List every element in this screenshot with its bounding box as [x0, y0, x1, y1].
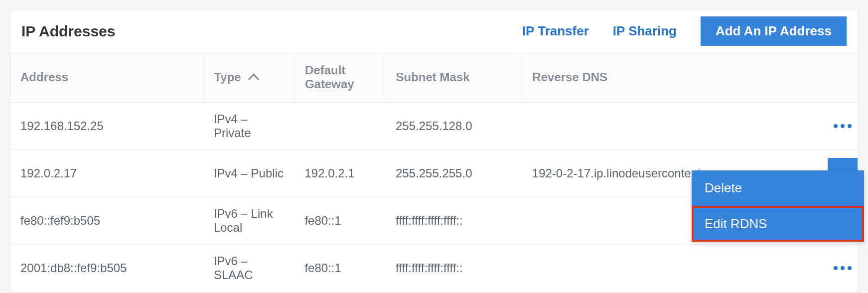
row-actions-button[interactable]	[828, 111, 858, 142]
col-mask[interactable]: Subnet Mask	[386, 52, 522, 103]
panel-title: IP Addresses	[21, 23, 115, 40]
col-type[interactable]: Type	[204, 52, 295, 103]
cell-address: 192.0.2.17	[10, 150, 204, 197]
cell-gateway	[294, 103, 386, 150]
svg-point-1	[841, 124, 845, 128]
table-row: 2001:db8::fef9:b505 IPv6 – SLAAC fe80::1…	[10, 245, 858, 292]
add-ip-button[interactable]: Add An IP Address	[701, 16, 847, 46]
cell-type: IPv6 – Link Local	[204, 197, 295, 245]
cell-mask: ffff:ffff:ffff:ffff::	[386, 197, 522, 245]
col-gateway-label: Default Gateway	[305, 63, 354, 91]
cell-mask: 255.255.255.0	[386, 150, 522, 197]
cell-address: 192.168.152.25	[10, 103, 204, 150]
col-address[interactable]: Address	[10, 52, 204, 103]
col-gateway[interactable]: Default Gateway	[294, 52, 386, 103]
col-type-label: Type	[214, 70, 241, 84]
cell-gateway: 192.0.2.1	[294, 150, 386, 197]
col-mask-label: Subnet Mask	[396, 70, 470, 84]
row-actions-button[interactable]	[828, 253, 858, 284]
cell-gateway: fe80::1	[294, 197, 386, 245]
cell-type: IPv6 – SLAAC	[204, 245, 295, 292]
ip-addresses-panel: IP Addresses IP Transfer IP Sharing Add …	[10, 10, 858, 293]
cell-type: IPv4 – Public	[204, 150, 295, 197]
table-header-row: Address Type Default Gateway Subnet Mask…	[10, 52, 858, 103]
row-actions-menu: Delete Edit RDNS	[692, 170, 864, 242]
col-rdns[interactable]: Reverse DNS	[522, 52, 858, 103]
svg-point-11	[848, 266, 852, 270]
col-rdns-label: Reverse DNS	[532, 70, 607, 84]
svg-point-9	[834, 266, 838, 270]
cell-mask: 255.255.128.0	[386, 103, 522, 150]
svg-point-10	[841, 266, 845, 270]
cell-actions	[818, 103, 858, 150]
menu-edit-rdns[interactable]: Edit RDNS	[692, 206, 864, 242]
cell-rdns	[522, 245, 818, 292]
ellipsis-icon	[833, 266, 852, 271]
svg-point-2	[848, 124, 852, 128]
cell-address: 2001:db8::fef9:b505	[10, 245, 204, 292]
cell-gateway: fe80::1	[294, 245, 386, 292]
ellipsis-icon	[833, 124, 852, 129]
table-row: 192.168.152.25 IPv4 – Private 255.255.12…	[10, 103, 858, 150]
menu-delete[interactable]: Delete	[692, 170, 864, 206]
svg-point-0	[834, 124, 838, 128]
header-actions: IP Transfer IP Sharing Add An IP Address	[522, 16, 847, 46]
sort-asc-icon	[248, 69, 259, 83]
ip-transfer-link[interactable]: IP Transfer	[522, 23, 589, 39]
cell-type: IPv4 – Private	[204, 103, 295, 150]
cell-actions	[818, 245, 858, 292]
cell-mask: ffff:ffff:ffff:ffff::	[386, 245, 522, 292]
ip-sharing-link[interactable]: IP Sharing	[613, 23, 677, 39]
cell-rdns	[522, 103, 818, 150]
cell-address: fe80::fef9:b505	[10, 197, 204, 245]
panel-header: IP Addresses IP Transfer IP Sharing Add …	[10, 10, 858, 52]
col-address-label: Address	[20, 70, 68, 84]
